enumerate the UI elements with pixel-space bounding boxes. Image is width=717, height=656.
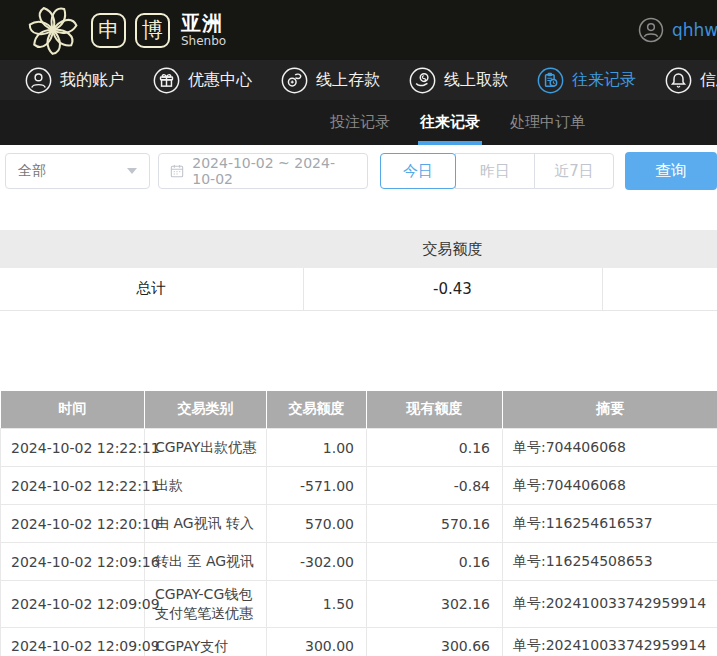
- cell-type: CGPAY出款优惠: [145, 429, 267, 467]
- flower-logo-icon: [24, 3, 82, 57]
- table-row: 2024-10-02 12:09:09 CGPAY支付 300.00 300.6…: [1, 627, 717, 656]
- cell-time: 2024-10-02 12:22:11: [1, 467, 145, 505]
- tab-label: 投注记录: [330, 113, 390, 132]
- nav-item-my-account[interactable]: 我的账户: [25, 67, 124, 94]
- nav-item-transaction-records[interactable]: 往来记录: [537, 67, 636, 94]
- table-row: 2024-10-02 12:20:10 由 AG视讯 转入 570.00 570…: [1, 505, 717, 543]
- col-header-amount: 交易额度: [267, 391, 367, 429]
- quick-date-group: 今日 昨日 近7日: [380, 153, 614, 189]
- cell-balance: 0.16: [367, 429, 503, 467]
- col-header-type: 交易类别: [145, 391, 267, 429]
- summary-header-amount: 交易额度: [303, 230, 602, 268]
- cell-balance: 570.16: [367, 505, 503, 543]
- nav-item-label: 信息: [700, 70, 717, 91]
- summary-total-row: 总计 -0.43: [0, 268, 717, 310]
- nav-item-label: 优惠中心: [188, 70, 252, 91]
- col-header-memo: 摘要: [503, 391, 717, 429]
- cell-amount: 300.00: [267, 627, 367, 656]
- query-button[interactable]: 查询: [625, 152, 717, 190]
- records-icon: [537, 67, 564, 94]
- cell-memo: 单号:116254508653: [503, 543, 717, 581]
- tab-betting-records[interactable]: 投注记录: [330, 100, 390, 145]
- cell-time: 2024-10-02 12:09:09: [1, 581, 145, 628]
- nav-item-label: 我的账户: [60, 70, 124, 91]
- cell-time: 2024-10-02 12:22:11: [1, 429, 145, 467]
- cell-amount: 1.50: [267, 581, 367, 628]
- date-range-value: 2024-10-02 ~ 2024-10-02: [192, 155, 357, 187]
- cell-amount: 570.00: [267, 505, 367, 543]
- brand-logo[interactable]: 申 博 亚洲 Shenbo: [24, 3, 226, 57]
- quick-today-button[interactable]: 今日: [380, 153, 456, 189]
- category-selected-value: 全部: [18, 162, 46, 180]
- records-table: 时间 交易类别 交易额度 现有额度 摘要 2024-10-02 12:22:11…: [0, 391, 717, 656]
- cell-memo: 单号:116254616537: [503, 505, 717, 543]
- tab-bar: 投注记录 往来记录 处理中订单: [0, 100, 717, 145]
- cell-type: 由 AG视讯 转入: [145, 505, 267, 543]
- table-row: 2024-10-02 12:22:11 出款 -571.00 -0.84 单号:…: [1, 467, 717, 505]
- nav-item-label: 线上取款: [444, 70, 508, 91]
- promo-icon: [153, 67, 180, 94]
- quick-yesterday-button[interactable]: 昨日: [455, 153, 535, 189]
- chevron-down-icon: [127, 168, 137, 174]
- user-area[interactable]: qhhw2: [638, 0, 717, 60]
- summary-total-value: -0.43: [303, 268, 602, 310]
- nav-item-promotions[interactable]: 优惠中心: [153, 67, 252, 94]
- cell-time: 2024-10-02 12:09:16: [1, 543, 145, 581]
- cell-type: CGPAY-CG钱包支付笔笔送优惠: [145, 581, 267, 628]
- account-icon: [25, 67, 52, 94]
- cell-balance: -0.84: [367, 467, 503, 505]
- category-select[interactable]: 全部: [5, 153, 150, 189]
- tab-transaction-records[interactable]: 往来记录: [420, 100, 480, 145]
- cell-memo: 单号:704406068: [503, 467, 717, 505]
- username-text[interactable]: qhhw2: [672, 20, 717, 40]
- brand-box-shen: 申: [91, 13, 126, 48]
- records-header-row: 时间 交易类别 交易额度 现有额度 摘要: [1, 391, 717, 429]
- filter-row: 全部 2024-10-02 ~ 2024-10-02 今日 昨日 近7日 查询: [0, 145, 717, 197]
- cell-balance: 302.16: [367, 581, 503, 628]
- avatar-icon: [638, 17, 664, 43]
- summary-header-empty: [0, 230, 303, 268]
- table-row: 2024-10-02 12:09:09 CGPAY-CG钱包支付笔笔送优惠 1.…: [1, 581, 717, 628]
- col-header-time: 时间: [1, 391, 145, 429]
- cell-amount: -571.00: [267, 467, 367, 505]
- tab-label: 处理中订单: [510, 113, 585, 132]
- main-nav: 我的账户 优惠中心 线上存款 线上取款: [0, 60, 717, 100]
- cell-time: 2024-10-02 12:09:09: [1, 627, 145, 656]
- cell-time: 2024-10-02 12:20:10: [1, 505, 145, 543]
- tab-label: 往来记录: [420, 113, 480, 132]
- deposit-icon: [281, 67, 308, 94]
- cell-type: 转出 至 AG视讯: [145, 543, 267, 581]
- table-row: 2024-10-02 12:09:16 转出 至 AG视讯 -302.00 0.…: [1, 543, 717, 581]
- quick-last7days-button[interactable]: 近7日: [534, 153, 614, 189]
- summary-table: 交易额度 总计 -0.43: [0, 230, 717, 311]
- cell-balance: 0.16: [367, 543, 503, 581]
- cell-memo: 单号:202410033742959914: [503, 627, 717, 656]
- cell-balance: 300.66: [367, 627, 503, 656]
- cell-memo: 单号:704406068: [503, 429, 717, 467]
- tab-pending-orders[interactable]: 处理中订单: [510, 100, 585, 145]
- nav-item-deposit[interactable]: 线上存款: [281, 67, 380, 94]
- summary-total-extra: [602, 268, 717, 310]
- nav-item-label: 线上存款: [316, 70, 380, 91]
- top-header: 申 博 亚洲 Shenbo qhhw2: [0, 0, 717, 60]
- summary-total-label: 总计: [0, 268, 303, 310]
- brand-region-text: 亚洲: [181, 13, 226, 33]
- summary-header-empty: [602, 230, 717, 268]
- cell-type: CGPAY支付: [145, 627, 267, 656]
- cell-memo: 单号:202410033742959914: [503, 581, 717, 628]
- brand-subtitle-text: Shenbo: [181, 35, 226, 47]
- col-header-balance: 现有额度: [367, 391, 503, 429]
- calendar-icon: [169, 163, 185, 179]
- cell-type: 出款: [145, 467, 267, 505]
- cell-amount: -302.00: [267, 543, 367, 581]
- cell-amount: 1.00: [267, 429, 367, 467]
- date-range-picker[interactable]: 2024-10-02 ~ 2024-10-02: [158, 153, 368, 189]
- bell-icon: [665, 67, 692, 94]
- withdraw-icon: [409, 67, 436, 94]
- brand-box-bo: 博: [135, 13, 170, 48]
- nav-item-messages[interactable]: 信息: [665, 67, 717, 94]
- brand-wordmark: 亚洲 Shenbo: [181, 13, 226, 47]
- table-row: 2024-10-02 12:22:11 CGPAY出款优惠 1.00 0.16 …: [1, 429, 717, 467]
- nav-item-withdraw[interactable]: 线上取款: [409, 67, 508, 94]
- summary-header-row: 交易额度: [0, 230, 717, 268]
